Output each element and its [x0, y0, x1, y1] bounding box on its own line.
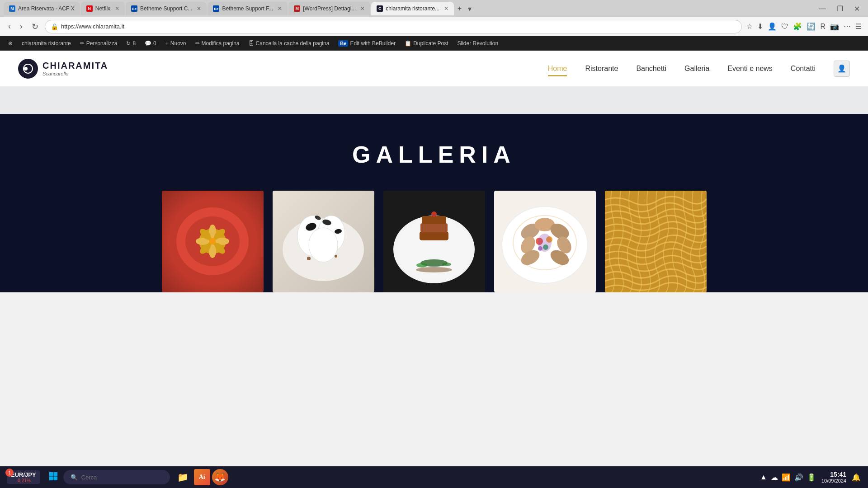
- address-bar: ‹ › ↻ 🔒 ☆ ⬇ 👤 🛡 🧩 🔄 R 📷 ⋯ ☰: [0, 17, 868, 36]
- search-icon: 🔍: [71, 474, 78, 481]
- battery-icon[interactable]: 🔋: [807, 473, 816, 482]
- taskbar: 1 EUR/JPY -0,21% 🔍 📁 Ai 🦊: [0, 466, 868, 488]
- taskbar-apps: 📁 Ai 🦊: [174, 469, 228, 485]
- tab-area-riservata[interactable]: M Area Riservata - ACF X: [4, 2, 80, 15]
- ai-icon: Ai: [199, 474, 205, 481]
- edit-label: Modifica pagina: [202, 40, 240, 47]
- cache-label: Cancella la cache della pagina: [256, 40, 330, 47]
- gallery-image-2[interactable]: [273, 191, 374, 292]
- food-svg-4: [494, 191, 596, 292]
- more-button[interactable]: ⋯: [843, 21, 852, 32]
- file-explorer-button[interactable]: 📁: [174, 470, 192, 484]
- extensions-button[interactable]: 🧩: [792, 21, 803, 32]
- tab-betheme-2[interactable]: Be Betheme Support F... ✕: [208, 2, 288, 15]
- download-button[interactable]: ⬇: [756, 21, 764, 32]
- nav-banchetti[interactable]: Banchetti: [636, 61, 666, 76]
- duplicate-label: Duplicate Post: [413, 40, 448, 47]
- svg-point-35: [416, 267, 452, 272]
- windows-logo: [49, 472, 58, 481]
- website-content: CHIARAMITA Scancarello Home Ristorante B…: [0, 51, 868, 292]
- cloud-icon[interactable]: ☁: [771, 473, 778, 482]
- wp-slider[interactable]: Slider Revolution: [453, 36, 503, 51]
- tab-chiaramita[interactable]: C chiaramita ristorante... ✕: [371, 2, 454, 15]
- wp-customize[interactable]: ✏ Personalizza: [75, 36, 122, 51]
- wp-bebuilder[interactable]: Be Edit with BeBuilder: [334, 36, 400, 51]
- profile-button[interactable]: 👤: [767, 21, 778, 32]
- gallery-title: GALLERIA: [18, 141, 850, 168]
- sync-button[interactable]: 🔄: [806, 21, 816, 32]
- nav-eventi[interactable]: Eventi e news: [727, 61, 773, 76]
- wp-cache[interactable]: 🗄 Cancella la cache della pagina: [244, 36, 334, 51]
- minimize-button[interactable]: —: [814, 3, 830, 15]
- firefox-button[interactable]: 🦊: [212, 469, 228, 485]
- wifi-icon[interactable]: 📶: [782, 473, 791, 482]
- updates-count: 8: [132, 40, 136, 47]
- tab-favicon-4: Be: [213, 5, 219, 12]
- nav-galleria[interactable]: Galleria: [684, 61, 709, 76]
- screenshot-button[interactable]: 📷: [829, 21, 840, 32]
- wp-comments[interactable]: 💬 0: [140, 36, 161, 51]
- close-button[interactable]: ✕: [849, 3, 864, 15]
- wp-updates[interactable]: ↻ 8: [122, 36, 140, 51]
- wp-logo-item[interactable]: ⊕: [4, 36, 17, 51]
- tab-dropdown-button[interactable]: ▾: [465, 4, 474, 14]
- tab-close-6[interactable]: ✕: [444, 5, 448, 12]
- maximize-button[interactable]: ❐: [832, 3, 848, 15]
- search-input[interactable]: [81, 474, 163, 481]
- tab-close-4[interactable]: ✕: [278, 5, 282, 12]
- nav-home[interactable]: Home: [548, 61, 567, 76]
- forward-button[interactable]: ›: [17, 21, 25, 32]
- new-tab-button[interactable]: +: [455, 4, 464, 14]
- svg-rect-54: [53, 476, 57, 480]
- comments-icon: 💬: [145, 40, 151, 47]
- illustrator-button[interactable]: Ai: [194, 469, 210, 485]
- gallery-image-3[interactable]: [383, 191, 485, 292]
- forex-ticker[interactable]: 1 EUR/JPY -0,21%: [7, 470, 40, 484]
- bookmark-button[interactable]: ☆: [745, 21, 754, 32]
- tab-close-2[interactable]: ✕: [115, 5, 119, 12]
- tab-betheme-1[interactable]: Be Betheme Support C... ✕: [126, 2, 207, 15]
- notification-icon[interactable]: 🔔: [852, 473, 861, 482]
- tab-close-3[interactable]: ✕: [197, 5, 201, 12]
- section-light: [0, 87, 868, 114]
- svg-point-49: [538, 234, 552, 252]
- logo-text-wrap: CHIARAMITA Scancarello: [42, 61, 108, 76]
- window-controls: — ❐ ✕: [814, 3, 864, 15]
- tab-netflix[interactable]: N Netflix ✕: [81, 2, 125, 15]
- url-bar[interactable]: 🔒: [45, 20, 742, 33]
- url-input[interactable]: [61, 23, 736, 30]
- taskbar-clock[interactable]: 15:41 10/09/2024: [821, 471, 846, 483]
- svg-rect-53: [49, 476, 53, 480]
- food-svg-5: [605, 191, 707, 292]
- nav-contatti[interactable]: Contatti: [791, 61, 816, 76]
- time-display: 15:41: [821, 471, 846, 478]
- gallery-image-5[interactable]: [605, 191, 707, 292]
- nav-ristorante[interactable]: Ristorante: [585, 61, 618, 76]
- updates-icon: ↻: [126, 40, 131, 47]
- menu-button[interactable]: ☰: [854, 21, 863, 32]
- wp-duplicate[interactable]: 📋 Duplicate Post: [400, 36, 453, 51]
- taskbar-search[interactable]: 🔍: [63, 470, 170, 484]
- svg-point-33: [442, 263, 451, 266]
- svg-rect-30: [422, 216, 446, 224]
- refresh-button[interactable]: ↻: [29, 21, 41, 33]
- wp-new[interactable]: + Nuovo: [161, 36, 191, 51]
- wp-site-name[interactable]: chiaramita ristorante: [17, 36, 75, 51]
- reader-button[interactable]: R: [819, 22, 826, 32]
- nav-login-button[interactable]: 👤: [834, 61, 850, 77]
- login-icon: 👤: [837, 64, 846, 73]
- wp-edit-page[interactable]: ✏ Modifica pagina: [191, 36, 244, 51]
- wp-site-label: chiaramita ristorante: [22, 40, 71, 47]
- tab-wordpress[interactable]: M [WordPress] Dettagl... ✕: [288, 2, 370, 15]
- shield-button[interactable]: 🛡: [780, 22, 789, 32]
- tab-favicon-6: C: [377, 5, 383, 12]
- tab-close-5[interactable]: ✕: [360, 5, 365, 12]
- start-button[interactable]: [45, 470, 61, 485]
- gallery-image-1[interactable]: [162, 191, 264, 292]
- back-button[interactable]: ‹: [5, 21, 14, 32]
- cache-icon: 🗄: [249, 40, 254, 47]
- tray-arrow-icon[interactable]: ▲: [760, 473, 767, 481]
- gallery-image-4[interactable]: [494, 191, 596, 292]
- tab-favicon-2: N: [86, 5, 93, 12]
- volume-icon[interactable]: 🔊: [794, 473, 803, 482]
